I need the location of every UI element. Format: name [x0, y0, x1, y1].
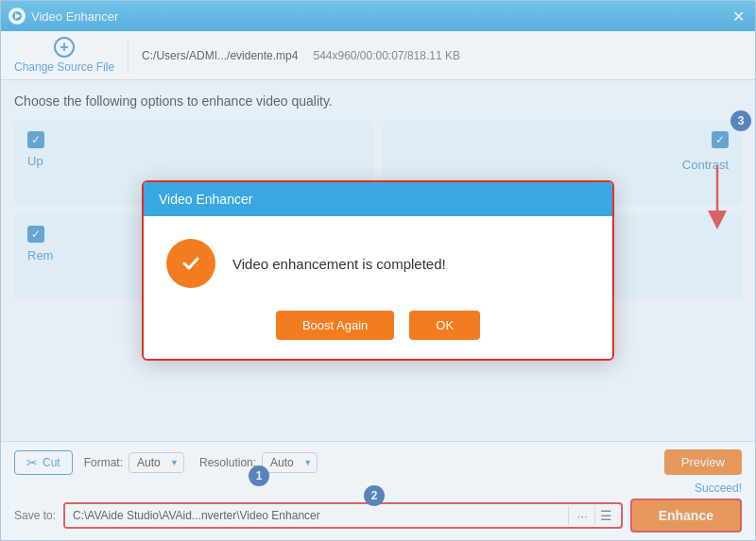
boost-again-button[interactable]: Boost Again [276, 311, 394, 340]
ok-button[interactable]: OK [409, 311, 480, 340]
dialog-overlay: Video Enhancer Video enhancement is comp… [1, 1, 755, 540]
dialog-title: Video Enhancer [159, 192, 252, 207]
app-window: Video Enhancer ✕ + Change Source File C:… [0, 0, 756, 541]
dialog-footer: Boost Again OK [144, 303, 612, 359]
dialog-title-bar: Video Enhancer [144, 182, 612, 216]
success-circle [166, 239, 215, 288]
dialog-body: Video enhancement is completed! [144, 216, 612, 303]
dialog: Video Enhancer Video enhancement is comp… [142, 180, 614, 361]
svg-point-5 [179, 251, 203, 276]
dialog-message: Video enhancement is completed! [232, 256, 446, 272]
